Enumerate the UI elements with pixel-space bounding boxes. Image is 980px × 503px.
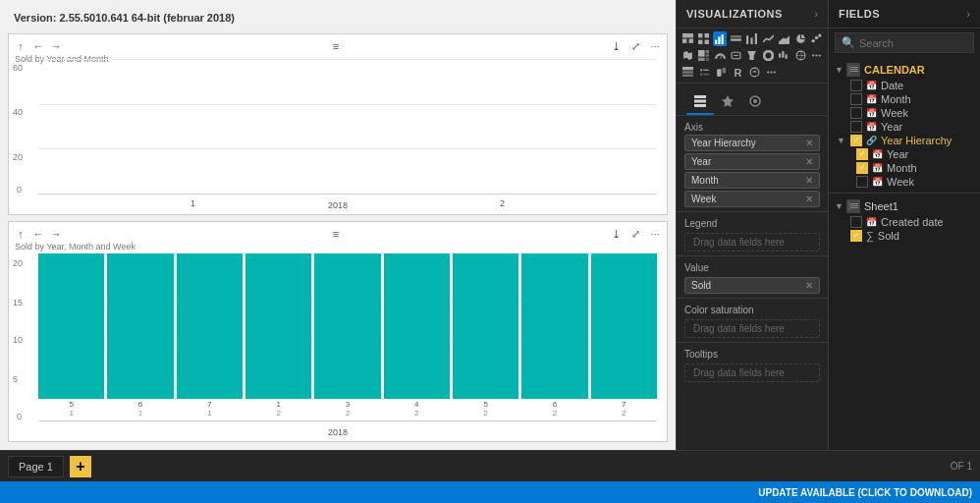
legend-drag-area[interactable]: Drag data fields here xyxy=(684,233,820,252)
vis-icon-globe2[interactable] xyxy=(747,65,762,80)
bar-c2-3-sub: 1 xyxy=(207,409,211,418)
chart-menu-btn[interactable]: ≡ xyxy=(328,38,344,54)
vis-icon-filled-map[interactable] xyxy=(714,65,729,80)
yh-month-checkbox[interactable]: ✓ xyxy=(856,162,868,174)
vis-panel-chevron[interactable]: › xyxy=(814,8,818,20)
bottom-container: Page 1 + OF 1 xyxy=(0,450,980,481)
value-field-sold[interactable]: Sold ✕ xyxy=(684,277,820,294)
drill-prev-btn-2[interactable]: ← xyxy=(30,226,46,242)
tree-item-yh-month[interactable]: ✓ 📅 Month xyxy=(829,161,980,175)
axis-field-week-close[interactable]: ✕ xyxy=(805,194,813,204)
yh-year-checkbox[interactable]: ✓ xyxy=(856,148,868,160)
chart-more-btn-2[interactable]: ··· xyxy=(647,226,663,242)
vis-icon-column[interactable] xyxy=(745,31,759,46)
tree-item-yh-week[interactable]: 📅 Week xyxy=(829,175,980,189)
svg-rect-54 xyxy=(694,104,706,107)
vis-icon-globe[interactable] xyxy=(793,48,807,63)
vis-icon-map[interactable] xyxy=(681,48,694,63)
axis-field-month-close[interactable]: ✕ xyxy=(805,175,813,186)
vis-icon-waterfall[interactable] xyxy=(778,48,791,63)
tree-item-date[interactable]: 📅 Date xyxy=(829,79,980,92)
drill-next-btn[interactable]: → xyxy=(48,38,64,54)
tree-item-week[interactable]: 📅 Week xyxy=(829,106,980,120)
vis-icon-card[interactable] xyxy=(729,48,742,63)
vis-icon-stacked-bar[interactable] xyxy=(729,31,742,46)
vis-icon-table2[interactable] xyxy=(681,65,695,80)
tooltips-drag-area[interactable]: Drag data fields here xyxy=(684,363,820,382)
vis-icon-gauge[interactable] xyxy=(713,48,727,63)
yh-week-checkbox[interactable] xyxy=(856,176,868,188)
drill-up-btn[interactable]: ↑ xyxy=(13,38,28,54)
chart-panel-2: ↑ ← → ≡ ⤓ ⤢ ··· Sold by Year, Month and … xyxy=(8,221,668,442)
chart-focus-btn-2[interactable]: ⤓ xyxy=(608,226,624,242)
axis-field-year-hierarchy[interactable]: Year Hierarchy ✕ xyxy=(684,135,820,151)
tree-item-year[interactable]: 📅 Year xyxy=(829,120,980,134)
tree-item-sold[interactable]: ✓ ∑ Sold xyxy=(829,229,980,243)
vis-icon-matrix[interactable] xyxy=(696,31,710,46)
chart-toolbar-left-2: ↑ ← → xyxy=(13,226,64,242)
tree-item-year-hierarchy[interactable]: ▼ ✓ 🔗 Year Hierarchy xyxy=(829,134,980,147)
date-label: Date xyxy=(881,80,903,91)
page-tab-1[interactable]: Page 1 xyxy=(8,456,64,477)
bar-c2-6-sub: 2 xyxy=(414,409,418,418)
vis-icon-line[interactable] xyxy=(761,31,775,46)
sold-checkbox[interactable]: ✓ xyxy=(850,230,862,242)
tree-sheet1-header[interactable]: ▼ Sheet1 xyxy=(829,197,980,215)
svg-rect-64 xyxy=(848,201,850,211)
vis-tab-analytics[interactable] xyxy=(741,89,769,115)
value-section-title: Value xyxy=(677,260,828,275)
week-label: Week xyxy=(881,107,908,119)
drill-up-btn-2[interactable]: ↑ xyxy=(13,226,28,242)
axis-field-yh-close[interactable]: ✕ xyxy=(805,138,813,148)
axis-field-year[interactable]: Year ✕ xyxy=(684,153,820,170)
svg-rect-39 xyxy=(682,67,693,70)
tree-item-created-date[interactable]: 📅 Created date xyxy=(829,215,980,229)
yh-checkbox[interactable]: ✓ xyxy=(850,135,862,146)
vis-icon-table[interactable] xyxy=(681,31,694,46)
vis-icon-r[interactable]: R xyxy=(731,65,745,80)
legend-label: Legend xyxy=(684,218,717,229)
svg-marker-29 xyxy=(748,51,757,60)
vis-icon-pie[interactable] xyxy=(793,31,807,46)
date-checkbox[interactable] xyxy=(850,80,862,91)
update-notice[interactable]: UPDATE AVAILABLE (CLICK TO DOWNLOAD) xyxy=(758,487,972,498)
vis-tab-format[interactable] xyxy=(714,89,741,115)
color-sat-drag-area[interactable]: Drag data fields here xyxy=(684,319,820,338)
axis-field-week[interactable]: Week ✕ xyxy=(684,191,820,207)
chart-menu-btn-2[interactable]: ≡ xyxy=(328,226,344,242)
vis-tab-fields[interactable] xyxy=(686,89,714,115)
vis-icon-more2[interactable] xyxy=(764,65,779,80)
add-page-button[interactable]: + xyxy=(70,456,91,477)
search-input[interactable] xyxy=(859,37,967,49)
vis-panel-title: VISUALIZATIONS xyxy=(686,8,783,20)
search-box[interactable]: 🔍 xyxy=(835,32,974,53)
drill-prev-btn[interactable]: ← xyxy=(30,38,46,54)
fields-panel-chevron[interactable]: › xyxy=(966,8,970,20)
axis-field-year-close[interactable]: ✕ xyxy=(805,156,813,167)
tree-item-yh-year[interactable]: ✓ 📅 Year xyxy=(829,147,980,161)
month-checkbox[interactable] xyxy=(850,93,862,105)
vis-icon-more[interactable] xyxy=(810,48,824,63)
vis-icon-tree[interactable] xyxy=(696,48,710,63)
tree-calendar-header[interactable]: ▼ CALENDAR xyxy=(829,61,980,79)
drill-next-btn-2[interactable]: → xyxy=(48,226,64,242)
svg-point-49 xyxy=(767,71,769,73)
vis-icon-donut[interactable] xyxy=(761,48,775,63)
created-date-checkbox[interactable] xyxy=(850,216,862,228)
vis-icon-area[interactable] xyxy=(778,31,791,46)
value-sold-close[interactable]: ✕ xyxy=(805,280,813,291)
vis-icon-slicer[interactable] xyxy=(697,65,712,80)
axis-field-month[interactable]: Month ✕ xyxy=(684,172,820,189)
chart-focus-btn[interactable]: ⤓ xyxy=(608,38,624,54)
vis-icon-bar[interactable] xyxy=(713,31,727,46)
bar-c2-3-label: 7 xyxy=(207,400,211,409)
year-checkbox[interactable] xyxy=(850,121,862,133)
vis-icon-scatter[interactable] xyxy=(810,31,824,46)
tree-item-month[interactable]: 📅 Month xyxy=(829,92,980,106)
vis-icon-funnel[interactable] xyxy=(745,48,759,63)
chart-expand-btn-2[interactable]: ⤢ xyxy=(627,226,643,242)
bar-c2-4-sub: 2 xyxy=(276,409,280,418)
chart-more-btn[interactable]: ··· xyxy=(647,38,663,54)
week-checkbox[interactable] xyxy=(850,107,862,119)
chart-expand-btn[interactable]: ⤢ xyxy=(627,38,643,54)
